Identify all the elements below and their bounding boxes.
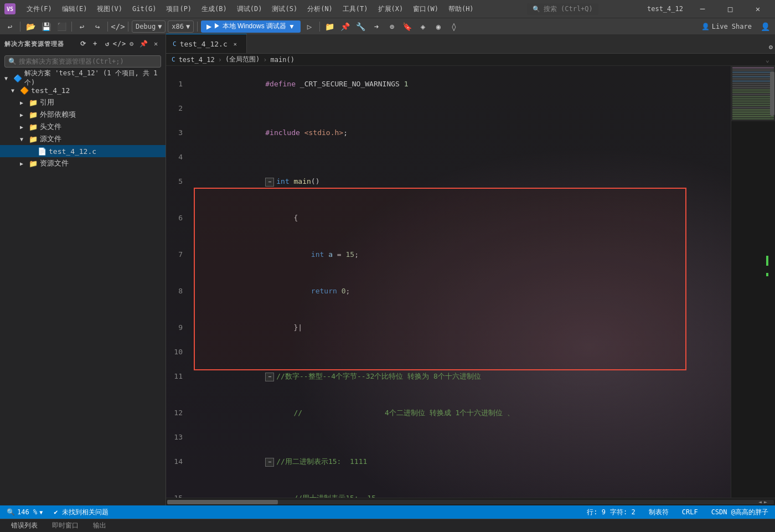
scroll-right-icon[interactable]: ►: [764, 499, 767, 505]
status-no-issues[interactable]: ✔ 未找到相关问题: [51, 507, 110, 518]
toolbar-back-btn[interactable]: ↩: [3, 20, 17, 33]
line-num-7: 7: [166, 249, 194, 261]
line-num-2: 2: [166, 102, 194, 115]
file-arrow: [29, 148, 35, 154]
toolbar-bookmark2-btn[interactable]: ◈: [416, 20, 430, 33]
run-debugger-button[interactable]: ▶ ▶ 本地 Windows 调试器 ▼: [201, 20, 301, 33]
status-encoding[interactable]: 制表符: [647, 507, 671, 518]
toolbar-pin-btn[interactable]: 📌: [339, 20, 352, 33]
solution-search-input[interactable]: [19, 58, 157, 65]
breadcrumb-func[interactable]: main(): [271, 56, 294, 64]
scroll-left-icon[interactable]: ◄: [758, 499, 762, 505]
solution-search-box[interactable]: 🔍: [4, 55, 161, 68]
close-button[interactable]: ✕: [745, 0, 771, 18]
menu-extensions[interactable]: 扩展(X): [374, 3, 408, 15]
code-line-13: 13: [166, 431, 731, 443]
line-content-15: //用十进制表示15: 15: [194, 480, 731, 498]
line-content-11: −//数字--整型--4个字节--32个比特位 转换为 8个十六进制位: [194, 358, 731, 395]
line-num-8: 8: [166, 285, 194, 297]
issues-text: ✔ 未找到相关问题: [54, 508, 108, 517]
status-zoom[interactable]: 🔍 146 % ▼: [4, 507, 45, 517]
toolbar-redo-btn[interactable]: ↪: [91, 20, 104, 33]
sidebar-sync-btn[interactable]: ⟳: [78, 39, 88, 49]
status-line-ending[interactable]: CRLF: [680, 507, 700, 517]
toolbar-undo-btn[interactable]: ↩: [75, 20, 89, 33]
tab-close-btn[interactable]: ✕: [231, 39, 240, 48]
sidebar-item-source[interactable]: ▼ 📁 源文件: [0, 133, 166, 145]
toolbar-folder-btn[interactable]: 📁: [323, 20, 337, 33]
solution-root[interactable]: ▼ 🔷 解决方案 'test_4_12' (1 个项目, 共 1 个): [0, 72, 166, 84]
menu-help[interactable]: 帮助(H): [444, 3, 478, 15]
sidebar-refresh-btn[interactable]: ↺: [102, 39, 112, 49]
sidebar-item-headers[interactable]: ▶ 📁 头文件: [0, 121, 166, 133]
code-area[interactable]: 1 #define _CRT_SECURE_NO_WARNINGS 1 2: [166, 66, 731, 498]
headers-icon: 📁: [29, 123, 38, 131]
menu-file[interactable]: 文件(F): [22, 3, 56, 15]
status-line-info[interactable]: 行: 9 字符: 2: [585, 507, 637, 518]
debug-config-dropdown[interactable]: Debug ▼: [132, 20, 166, 33]
sidebar-settings-btn[interactable]: ⚙: [127, 39, 137, 49]
toolbar-source-btn[interactable]: </>: [111, 20, 125, 33]
solution-icon: 🔷: [13, 74, 22, 82]
tab-output[interactable]: 输出: [86, 519, 113, 532]
menu-debug[interactable]: 调试(D): [232, 3, 267, 15]
line-content-6: {: [194, 200, 731, 236]
toolbar-save-all-btn[interactable]: ⬛: [55, 20, 68, 33]
sidebar-item-references[interactable]: ▶ 📁 引用: [0, 96, 166, 109]
tab-errors[interactable]: 错误列表: [4, 519, 44, 532]
toolbar-save-btn[interactable]: 💾: [39, 20, 53, 33]
sidebar-item-main-file[interactable]: 📄 test_4_12.c: [0, 145, 166, 157]
breadcrumb-scope[interactable]: (全局范围): [225, 55, 260, 64]
h-scrollbar-thumb[interactable]: [167, 500, 278, 504]
toolbar-debug2-btn[interactable]: 🔧: [354, 20, 368, 33]
menu-build[interactable]: 生成(B): [197, 3, 231, 15]
tab-immediate[interactable]: 即时窗口: [45, 519, 85, 532]
sidebar-close-btn[interactable]: ✕: [151, 39, 161, 49]
maximize-button[interactable]: □: [717, 0, 743, 18]
menu-window[interactable]: 窗口(W): [409, 3, 443, 15]
menu-analyze[interactable]: 分析(N): [303, 3, 337, 15]
menu-test[interactable]: 测试(S): [267, 3, 302, 15]
menu-tools[interactable]: 工具(T): [338, 3, 373, 15]
live-share-button[interactable]: 👤 Live Share: [697, 22, 756, 32]
project-label: test_4_12: [31, 86, 161, 95]
collapse-5[interactable]: −: [265, 178, 274, 187]
toolbar-more-btn[interactable]: ⊕: [385, 20, 399, 33]
editor-settings-icon[interactable]: ⚙: [767, 41, 775, 53]
search-icon: 🔍: [8, 58, 17, 65]
sidebar-item-resources[interactable]: ▶ 📁 资源文件: [0, 157, 166, 169]
menu-view[interactable]: 视图(V): [92, 3, 127, 15]
editor-area: C test_4_12.c ✕ ⚙ C test_4_12 › (全局范围) ›…: [166, 34, 775, 505]
line-ending-text: CRLF: [682, 508, 698, 516]
scrollbar-thumb[interactable]: [770, 71, 774, 116]
sidebar-item-external-deps[interactable]: ▶ 📁 外部依赖项: [0, 109, 166, 121]
menu-project[interactable]: 项目(P): [162, 3, 196, 15]
toolbar-person-btn[interactable]: 👤: [758, 20, 772, 33]
toolbar-open-btn[interactable]: 📂: [24, 20, 37, 33]
minimize-button[interactable]: ─: [690, 0, 715, 18]
toolbar-bookmark3-btn[interactable]: ◉: [432, 20, 445, 33]
toolbar-cursor-btn[interactable]: ➜: [370, 20, 383, 33]
line-num-5: 5: [166, 175, 194, 188]
collapse-11[interactable]: −: [265, 373, 274, 381]
editor-tab-main[interactable]: C test_4_12.c ✕: [166, 34, 247, 53]
toolbar-run-nobg[interactable]: ▷: [303, 20, 316, 33]
horizontal-scrollbar[interactable]: ◄ ►: [166, 498, 775, 505]
ext-deps-arrow: ▶: [20, 112, 27, 118]
menu-git[interactable]: Git(G): [128, 4, 161, 14]
toolbar-bookmark4-btn[interactable]: ◊: [447, 20, 461, 33]
sidebar-add-btn[interactable]: +: [90, 39, 100, 49]
zoom-icon: 🔍: [7, 508, 15, 516]
sidebar-pin-btn[interactable]: 📌: [139, 39, 149, 49]
platform-dropdown[interactable]: x86 ▼: [168, 20, 194, 33]
code-scroll-area[interactable]: 1 #define _CRT_SECURE_NO_WARNINGS 1 2: [166, 66, 731, 498]
sidebar-code-btn[interactable]: </>: [115, 39, 125, 49]
breadcrumb-file[interactable]: test_4_12: [179, 56, 215, 64]
file-icon: 📄: [38, 147, 46, 156]
scrollbar-track[interactable]: [769, 66, 775, 498]
sidebar-title: 解决方案资源管理器: [4, 40, 64, 48]
project-item[interactable]: ▼ 🔶 test_4_12: [0, 84, 166, 96]
menu-edit[interactable]: 编辑(E): [58, 3, 92, 15]
collapse-14[interactable]: −: [265, 458, 274, 467]
toolbar-bookmark-btn[interactable]: 🔖: [401, 20, 414, 33]
